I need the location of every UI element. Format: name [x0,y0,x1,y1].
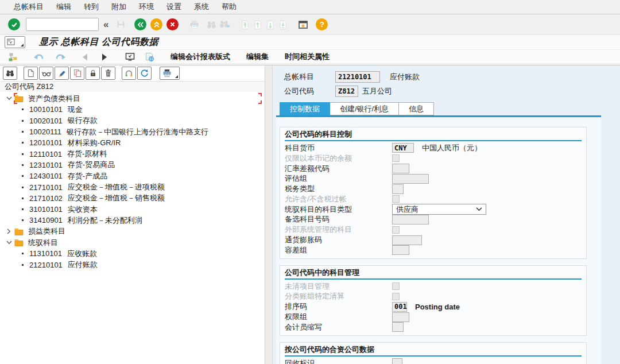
create-button[interactable] [24,67,38,80]
tree-account-row[interactable]: 12110101存货-原材料 [0,148,265,159]
tree-account-row[interactable]: 31010101实收资本 [0,204,265,215]
print-button[interactable] [160,67,174,80]
lock-icon [89,69,97,78]
field-label: 仅限以本币记的余额 [285,153,392,164]
document-globe-icon[interactable] [145,52,154,62]
input-field[interactable] [392,184,404,194]
next-node-icon[interactable] [100,53,108,61]
form-row: 备选科目号码 [285,215,582,225]
input-field[interactable] [392,322,404,332]
new-session-icon[interactable] [298,20,308,29]
tree-account-row[interactable]: 10020111银行存款－中国银行上海分行淮海中路支行 [0,126,265,137]
refresh-icon [140,69,149,78]
company-code-row: 公司代码 Z812 五月公司 [284,86,392,97]
tree-account-row[interactable]: 31410901利润分配－未分配利润 [0,215,265,226]
assign-button[interactable] [122,67,136,80]
menu-item-5[interactable]: 设置 [160,2,188,12]
command-collapse-icon[interactable]: « [103,19,108,30]
tab-1[interactable]: 创建/银行/利息 [330,102,399,115]
dropdown[interactable]: 供应商 [392,204,486,215]
refresh-button[interactable] [137,67,152,80]
account-number: 10020101 [29,117,63,125]
menu-item-7[interactable]: 帮助 [215,2,243,12]
input-field[interactable] [392,358,402,364]
back-button[interactable] [134,18,146,30]
tree-account-row[interactable]: 12010101材料采购-GR/IR [0,137,265,148]
tree-folder-row[interactable]: 损益类科目 [0,226,265,237]
bullet-icon [22,187,24,188]
group-underline [285,278,582,280]
menu-item-2[interactable]: 转到 [78,2,105,12]
menu-item-0[interactable]: 总帐科目 [7,2,50,12]
tab-strip: 控制数据创建/银行/利息信息 [280,102,434,115]
input-field[interactable]: CNY [392,143,414,153]
hierarchy-icon[interactable] [8,52,18,61]
display-button[interactable] [39,67,53,80]
input-field[interactable] [392,245,409,255]
edit-financial-statement-version-button[interactable]: 编辑会计报表版式 [170,52,230,62]
menu-item-1[interactable]: 编辑 [50,2,78,12]
copy-icon [73,69,82,78]
tree-folder-row[interactable]: 资产负债类科目 [0,93,265,104]
input-field[interactable] [392,215,429,224]
tree-folder-row[interactable]: 统驭科目 [0,237,265,248]
input-field[interactable]: 001 [392,302,407,312]
chevron-down-icon[interactable] [5,241,13,245]
change-button[interactable] [55,67,69,80]
panel-splitter[interactable] [265,65,273,364]
company-code-field[interactable]: Z812 [335,86,358,97]
field-label: 排序码 [285,301,392,312]
account-name: 存货-产成品 [68,171,107,181]
input-field[interactable] [392,164,409,173]
input-field[interactable] [392,174,429,184]
enter-button[interactable] [8,18,20,30]
layout-menu-button[interactable] [5,36,25,48]
form-row: 回收标识 [285,358,582,364]
company-code-description: 五月公司 [362,86,392,96]
account-number: 12310101 [29,161,63,169]
block-button[interactable] [86,67,100,80]
tree-account-row[interactable]: 11310101应收账款 [0,248,265,259]
tree-account-row[interactable]: 12430101存货-产成品 [0,171,265,181]
tree-account-row[interactable]: 21210101应付账款 [0,259,265,270]
redo-icon[interactable] [55,53,67,61]
command-input[interactable] [26,18,99,31]
bullet-icon [22,109,24,110]
exit-button[interactable] [150,18,162,30]
input-field[interactable] [392,235,422,245]
field-suffix-text: Posting date [415,303,460,311]
chevron-right-icon[interactable] [5,229,13,234]
printer-icon [162,69,172,78]
folder-icon [14,239,24,246]
cancel-button[interactable] [166,18,179,30]
find-button[interactable] [3,67,17,80]
print-dropdown-button[interactable] [173,67,180,80]
other-display-icon[interactable] [125,52,135,61]
account-name: 应交税金－增值税－销售税额 [68,193,165,203]
group-underline [285,355,582,357]
tab-2[interactable]: 信息 [399,102,434,115]
tree-account-row[interactable]: 12310101存货-贸易商品 [0,160,265,171]
menu-item-4[interactable]: 环境 [133,2,160,12]
menu-item-3[interactable]: 附加 [105,2,133,12]
glasses-icon [42,70,51,77]
gl-account-field[interactable]: 21210101 [335,71,380,83]
tree-account-row[interactable]: 21710102应交税金－增值税－销售税额 [0,193,265,204]
undo-icon[interactable] [33,53,45,61]
tab-0[interactable]: 控制数据 [280,102,330,115]
time-dependent-attributes-button[interactable]: 时间相关属性 [285,52,330,62]
delete-button[interactable] [101,67,115,80]
field-label: 统驭科目的科目类型 [285,204,392,215]
tree-account-row[interactable]: 10010101现金 [0,104,265,115]
menu-item-6[interactable]: 系统 [188,2,215,12]
edit-set-button[interactable]: 编辑集 [246,52,269,62]
form-row: 科目货币CNY中国人民币（元） [285,143,582,153]
input-field[interactable] [392,312,409,322]
account-number: 31010101 [29,205,63,214]
help-button[interactable]: ? [316,18,328,30]
chevron-down-icon[interactable] [5,96,13,100]
copy-button[interactable] [70,67,84,80]
account-number: 21710102 [29,194,63,203]
tree-account-row[interactable]: 21710101应交税金－增值税－进项税额 [0,181,265,192]
tree-account-row[interactable]: 10020101银行存款 [0,115,265,126]
